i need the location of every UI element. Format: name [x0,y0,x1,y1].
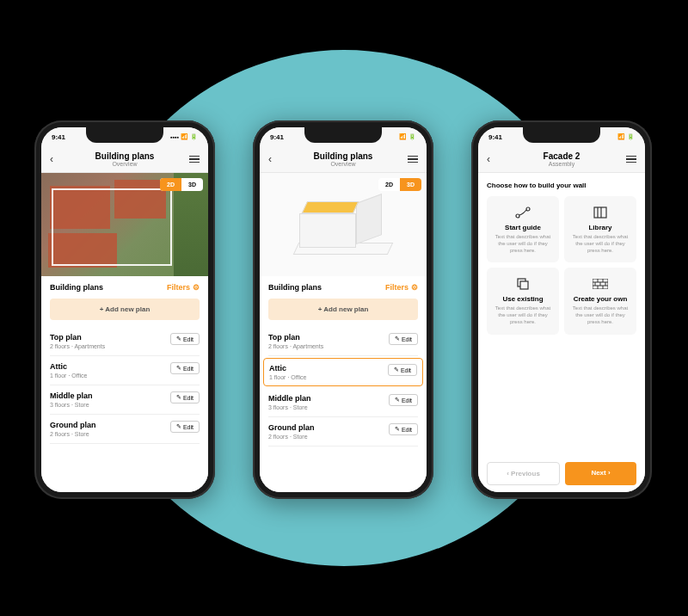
view-toggle: 2D 3D [160,178,203,191]
pencil-icon: ✎ [395,397,400,403]
route-icon [492,205,554,220]
section-title: Building plans [50,283,103,292]
status-icons: ▪▪▪▪📶🔋 [170,133,198,140]
back-button[interactable]: ‹ [268,153,282,165]
page-title: Building plans [64,151,186,161]
copy-icon [492,276,554,292]
edit-button[interactable]: ✎Edit [170,421,200,433]
plan-item[interactable]: Ground plan 2 floors · Store ✎Edit [268,417,418,447]
plan-item-selected[interactable]: Attic 1 floor · Office ✎Edit [263,358,423,386]
page-subtitle: Overview [282,161,404,167]
pencil-icon: ✎ [176,394,181,401]
svg-rect-2 [594,207,606,218]
toggle-2d[interactable]: 2D [160,178,181,191]
edit-button[interactable]: ✎Edit [170,333,200,345]
option-use-existing[interactable]: Use existing Text that describes what th… [487,268,559,334]
filters-button[interactable]: Filters ⚙ [167,283,200,292]
menu-button[interactable] [623,156,636,163]
plan-item[interactable]: Middle plan 3 floors · Store ✎Edit [50,385,200,415]
toggle-3d[interactable]: 3D [400,178,421,191]
filter-icon: ⚙ [411,283,418,292]
edit-button[interactable]: ✎Edit [388,364,417,376]
building-model [296,194,390,255]
page-subtitle: Assembly [501,161,623,167]
library-icon [569,205,631,220]
back-button[interactable]: ‹ [487,153,501,165]
page-subtitle: Overview [64,161,186,167]
option-start-guide[interactable]: Start guide Text that describes what the… [487,196,559,262]
edit-button[interactable]: ✎Edit [170,362,200,374]
pencil-icon: ✎ [176,423,181,430]
nav-bar: ‹ Building plans Overview [41,146,208,173]
filter-icon: ⚙ [193,283,200,292]
status-time: 9:41 [488,133,502,141]
edit-button[interactable]: ✎Edit [170,391,200,403]
status-time: 9:41 [270,133,284,141]
brick-icon [569,276,631,292]
phone-mockup-3: 9:41 📶🔋 ‹ Facade 2 Assembly Choose how t… [471,120,652,499]
view-toggle: 2D 3D [378,178,421,191]
pencil-icon: ✎ [395,426,400,433]
nav-bar: ‹ Building plans Overview [260,146,427,173]
filters-button[interactable]: Filters ⚙ [385,283,418,292]
phone-mockup-1: 9:41 ▪▪▪▪📶🔋 ‹ Building plans Overview [34,120,215,499]
status-icons: 📶🔋 [399,133,416,140]
pencil-icon: ✎ [176,365,181,372]
back-button[interactable]: ‹ [50,153,64,165]
menu-button[interactable] [186,156,200,163]
menu-button[interactable] [404,156,418,163]
view-3d[interactable]: 2D 3D [260,173,427,276]
status-time: 9:41 [52,133,65,141]
next-button[interactable]: Next › [565,462,636,485]
phone-mockup-2: 9:41 📶🔋 ‹ Building plans Overview [253,120,433,499]
phone-notch [304,127,382,143]
svg-rect-6 [520,281,528,289]
svg-point-0 [516,214,519,218]
plan-item[interactable]: Ground plan 2 floors · Store ✎Edit [50,415,200,444]
plan-item[interactable]: Top plan 2 floors · Apartments ✎Edit [268,327,418,356]
previous-button[interactable]: ‹ Previous [487,462,560,485]
page-title: Facade 2 [501,151,623,161]
chevron-right-icon: › [606,469,611,477]
phone-notch [523,127,600,143]
toggle-2d[interactable]: 2D [378,178,400,191]
pencil-icon: ✎ [394,367,399,373]
pencil-icon: ✎ [176,336,181,342]
plan-item[interactable]: Middle plan 3 floors · Store ✎Edit [268,388,418,417]
edit-button[interactable]: ✎Edit [389,423,418,435]
add-plan-button[interactable]: + Add new plan [50,299,200,320]
plan-item[interactable]: Top plan 2 floors · Apartments ✎Edit [50,327,200,356]
phone-notch [86,127,163,143]
page-title: Building plans [282,151,404,161]
section-title: Building plans [268,283,322,292]
nav-bar: ‹ Facade 2 Assembly [478,146,645,173]
option-create-own[interactable]: Create your own Text that describes what… [564,268,636,334]
edit-button[interactable]: ✎Edit [389,333,418,345]
pencil-icon: ✎ [395,336,400,342]
toggle-3d[interactable]: 3D [181,178,203,191]
choose-heading: Choose how to build your wall [478,173,645,196]
svg-point-1 [526,207,530,211]
add-plan-button[interactable]: + Add new plan [268,299,418,320]
map-view-2d[interactable]: 2D 3D [41,173,208,276]
plan-item[interactable]: Attic 1 floor · Office ✎Edit [50,356,200,385]
status-icons: 📶🔋 [617,133,635,140]
edit-button[interactable]: ✎Edit [389,394,418,406]
option-library[interactable]: Library Text that describes what the use… [564,196,636,262]
